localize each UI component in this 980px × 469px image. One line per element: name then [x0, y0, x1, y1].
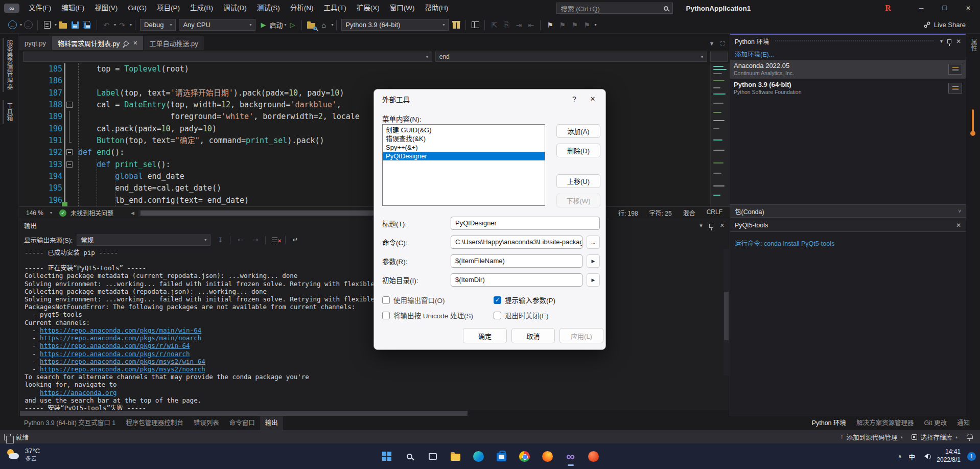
checkbox-box-icon[interactable]: ✓	[494, 312, 501, 319]
open-folder-icon[interactable]	[57, 19, 69, 31]
dialog-checkbox[interactable]: ✓ 将输出按 Unicode 处理(S)	[382, 310, 494, 320]
map-scrollbar[interactable]	[710, 63, 730, 206]
menu-item[interactable]: 帮助(H)	[419, 0, 453, 16]
notifications-bell-icon[interactable]	[967, 434, 973, 439]
output-link[interactable]: https://repo.anaconda.com/pkgs/msys2/noa…	[40, 365, 205, 373]
next-message-icon[interactable]: ⇢	[250, 236, 261, 244]
pin-panel-icon[interactable]	[947, 39, 951, 43]
add-to-source-control-button[interactable]: ↑ 添加到源代码管理 ▴	[840, 432, 902, 442]
package-source-dropdown[interactable]: 包(Conda)˅	[730, 204, 966, 218]
output-link[interactable]: https://repo.anaconda.com/pkgs/r/noarch	[40, 350, 190, 358]
output-link[interactable]: https://repo.anaconda.com/pkgs/msys2/win…	[40, 358, 205, 365]
clear-all-icon[interactable]: ✕	[270, 236, 281, 244]
editor-options-icon[interactable]: ⛶	[720, 40, 725, 47]
find-in-files-icon[interactable]	[305, 19, 317, 31]
cancel-button[interactable]: 取消	[511, 328, 555, 343]
copy-code-icon[interactable]: ⎘	[500, 19, 512, 31]
menu-item[interactable]: 测试(S)	[252, 0, 285, 16]
dialog-checkbox[interactable]: ✓ 退出时关闭(E)	[494, 310, 599, 320]
live-share-button[interactable]: Live Share	[924, 21, 980, 29]
scrollbar-options-box[interactable]	[710, 52, 728, 62]
menu-item[interactable]: 项目(P)	[152, 0, 185, 16]
code-text[interactable]: def end():	[77, 147, 124, 158]
notification-badge[interactable]: 1	[967, 452, 976, 461]
ok-button[interactable]: 确定	[463, 328, 507, 343]
code-text[interactable]: def print_sel():	[77, 159, 171, 171]
save-all-icon[interactable]	[81, 19, 94, 31]
tool-window-tab[interactable]: 通知	[952, 416, 975, 430]
field-input[interactable]: $(ItemFileName)	[451, 254, 582, 268]
account-avatar[interactable]: R	[882, 2, 894, 14]
code-text[interactable]: top = Toplevel(root)	[77, 63, 189, 75]
environment-row[interactable]: Python 3.9 (64-bit) Python Software Foun…	[730, 79, 966, 98]
pin-tab-icon[interactable]	[124, 40, 129, 46]
dialog-close-button[interactable]: ✕	[583, 95, 605, 103]
output-hscrollbar[interactable]	[19, 410, 730, 416]
redo-icon[interactable]: ↷	[116, 19, 128, 31]
chrome-button[interactable]	[516, 448, 533, 465]
scroll-left-icon[interactable]: ◀	[131, 210, 134, 216]
navigate-forward-icon[interactable]: →	[22, 19, 34, 31]
output-link[interactable]: https://repo.anaconda.com/pkgs/r/win-64	[40, 342, 190, 349]
add-button[interactable]: 添加(A)	[556, 124, 600, 138]
code-text[interactable]: end_date=cal.get_date()	[77, 182, 221, 194]
delete-button[interactable]: 删除(D)	[556, 144, 600, 157]
prev-bookmark-icon[interactable]: ⚑	[556, 19, 568, 31]
environment-row[interactable]: Anaconda 2022.05 Continuum Analytics, In…	[730, 60, 966, 79]
code-text[interactable]: lb_end.config(text= end_date)	[77, 195, 249, 206]
field-input[interactable]: C:\Users\Happy\anaconda3\Lib\site-packag	[451, 236, 582, 249]
package-gift-icon[interactable]	[450, 19, 462, 31]
menu-item[interactable]: 分析(N)	[285, 0, 319, 16]
tools-list-item[interactable]: 创建 GUID(&G)	[383, 126, 545, 134]
taskbar-search-button[interactable]	[401, 448, 418, 465]
panel-title-bar[interactable]: Python 环境 ▾ ✕	[730, 35, 966, 48]
apply-button[interactable]: 应用(L)	[559, 328, 603, 343]
run-conda-command-link[interactable]: 运行命令: conda install PyQt5-tools	[735, 238, 961, 248]
window-position-caret-icon[interactable]: ▾	[699, 222, 703, 229]
prev-message-icon[interactable]: ⇠	[235, 236, 246, 244]
dialog-title-bar[interactable]: 外部工具 ? ✕	[374, 89, 605, 108]
bookmark-icon[interactable]: ⚑	[544, 19, 556, 31]
clear-bookmarks-icon[interactable]: ⚑	[580, 19, 593, 31]
tool-window-tab[interactable]: 输出	[260, 416, 283, 430]
tool-window-tab[interactable]: Git 更改	[919, 416, 952, 430]
checkbox-box-icon[interactable]: ✓	[494, 296, 501, 304]
window-layout-icon[interactable]	[469, 19, 481, 31]
document-tab[interactable]: 工单自动推送.py ✕	[144, 36, 203, 50]
menu-item[interactable]: 视图(V)	[89, 0, 123, 16]
overflow-caret-icon[interactable]: ▾	[331, 22, 333, 27]
tool-window-tab[interactable]: 命令窗口	[224, 416, 260, 430]
document-tab[interactable]: pyqt.py ✕	[19, 36, 52, 50]
output-source-dropdown[interactable]: 常规▾	[77, 235, 211, 246]
select-repository-button[interactable]: 选择存储库 ▴	[912, 432, 958, 442]
move-up-button[interactable]: 上移(U)	[556, 174, 600, 188]
solution-config-dropdown[interactable]: Debug▾	[140, 19, 176, 31]
visual-studio-button[interactable]: ∞	[562, 448, 579, 465]
tray-overflow-chevron-icon[interactable]: ∧	[898, 453, 902, 460]
feedback-icon[interactable]	[4, 434, 11, 440]
output-vscroll-thumb[interactable]	[724, 292, 729, 340]
indent-icon[interactable]: ⇥	[512, 19, 525, 31]
output-link[interactable]: https://anaconda.org	[40, 389, 117, 396]
code-text[interactable]: foreground='white', borderwidth=2, local…	[77, 111, 360, 123]
menu-item[interactable]: 编辑(E)	[56, 0, 89, 16]
side-tool-tab[interactable]: 工具箱	[3, 100, 16, 124]
output-link[interactable]: https://repo.anaconda.com/pkgs/main/win-…	[40, 326, 201, 334]
file-explorer-button[interactable]	[447, 448, 464, 465]
close-tab-icon[interactable]: ✕	[133, 40, 137, 46]
field-browse-button[interactable]: ▶	[587, 273, 600, 287]
close-button[interactable]: ✕	[956, 0, 980, 16]
interactive-window-icon[interactable]	[948, 83, 962, 93]
interactive-window-icon[interactable]	[948, 64, 962, 75]
tools-list-item[interactable]: PyQtDesigner	[383, 152, 545, 160]
navigate-back-icon[interactable]: ←	[6, 19, 18, 31]
maximize-button[interactable]: ☐	[933, 0, 956, 16]
code-text[interactable]: cal = DateEntry(top, width=12, backgroun…	[77, 99, 341, 111]
tools-list-item[interactable]: 错误查找(&K)	[383, 134, 545, 143]
volume-icon[interactable]	[922, 454, 928, 459]
output-hscroll-thumb[interactable]	[20, 411, 468, 416]
output-vscrollbar[interactable]	[724, 249, 729, 376]
python-environment-dropdown[interactable]: Python 3.9 (64-bit)▾	[341, 19, 449, 31]
next-bookmark-icon[interactable]: ⚑	[568, 19, 580, 31]
select-pointer-icon[interactable]: ⇱	[488, 19, 500, 31]
